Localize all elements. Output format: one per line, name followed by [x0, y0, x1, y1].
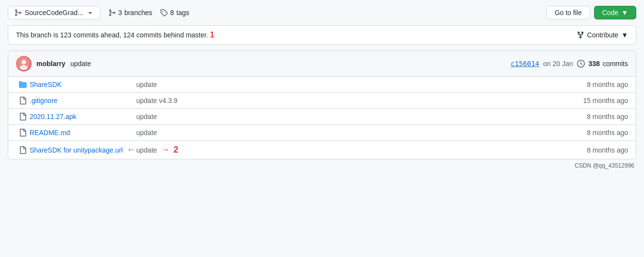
top-bar: SourceCodeGrad... 3 branches: [8, 6, 636, 19]
avatar-icon: [17, 57, 31, 70]
commit-meta: c156014 on 20 Jan 338 commits: [511, 60, 628, 68]
branches-link[interactable]: 3 branches: [108, 9, 152, 17]
file-name[interactable]: ShareSDK for unitypackage.url: [30, 146, 123, 154]
commit-date: on 20 Jan: [543, 60, 573, 68]
code-button-label: Code: [602, 9, 618, 17]
table-row: README.mdupdate8 months ago: [8, 125, 636, 141]
file-commit-message: update: [136, 129, 550, 137]
watermark: CSDN @qq_43512996: [8, 162, 636, 169]
commit-message-link[interactable]: update: [136, 81, 157, 88]
tags-link[interactable]: 8 tags: [160, 9, 189, 17]
file-time: 15 months ago: [550, 97, 628, 104]
commit-header: moblarry update c156014 on 20 Jan 338 co…: [8, 51, 636, 77]
commits-number: 338: [589, 60, 600, 68]
file-name[interactable]: 2020.11.27.apk: [30, 113, 136, 120]
table-row: .gitignoreupdate v4.3.915 months ago: [8, 93, 636, 109]
commit-message-link[interactable]: update v4.3.9: [136, 97, 177, 104]
notice-text: This branch is 123 commits ahead, 124 co…: [16, 31, 214, 39]
tags-label: tags: [177, 9, 189, 17]
tags-count: 8: [170, 9, 174, 17]
file-name[interactable]: .gitignore: [30, 97, 136, 104]
branches-count: 3: [118, 9, 122, 17]
branches-icon: [108, 9, 116, 17]
chevron-down-icon: [86, 9, 94, 17]
branch-selector[interactable]: SourceCodeGrad...: [8, 6, 100, 19]
tag-icon: [160, 9, 168, 17]
file-time: 8 months ago: [550, 81, 628, 88]
svg-point-1: [21, 60, 26, 65]
commit-author[interactable]: moblarry: [36, 60, 65, 68]
red-arrow-right-icon: →: [161, 145, 170, 155]
file-icon: [16, 129, 30, 137]
commit-message-link[interactable]: update: [136, 129, 157, 137]
branch-selector-label: SourceCodeGrad...: [25, 9, 83, 17]
table-row: ShareSDKupdate8 months ago: [8, 77, 636, 93]
commits-count: 338 commits: [589, 60, 628, 68]
commit-message: update: [70, 60, 91, 68]
file-name[interactable]: ShareSDK: [30, 81, 136, 88]
contribute-label: Contribute: [587, 31, 619, 39]
file-table-card: moblarry update c156014 on 20 Jan 338 co…: [8, 51, 636, 159]
commit-author-info: moblarry update: [16, 56, 91, 71]
file-icon: [16, 113, 30, 120]
folder-icon: [16, 81, 30, 88]
contribute-chevron: ▼: [621, 31, 628, 39]
branch-icon: [14, 9, 22, 17]
svg-point-2: [20, 65, 28, 70]
red-arrow-icon: ←: [127, 145, 135, 155]
file-rows-container: ShareSDKupdate8 months ago.gitignoreupda…: [8, 77, 636, 159]
branch-tag-links: 3 branches 8 tags: [108, 9, 190, 17]
annotation-2: 2: [174, 145, 178, 155]
file-icon: [16, 146, 30, 154]
page-wrapper: SourceCodeGrad... 3 branches: [0, 0, 644, 257]
file-commit-message: update: [136, 113, 550, 120]
branches-label: branches: [124, 9, 152, 17]
table-row: 2020.11.27.apkupdate8 months ago: [8, 109, 636, 125]
file-commit-message: update v4.3.9: [136, 97, 550, 104]
file-time: 8 months ago: [550, 129, 628, 137]
commits-label: commits: [603, 60, 628, 68]
contribute-button[interactable]: Contribute ▼: [577, 31, 628, 39]
top-bar-right: Go to file Code ▼: [547, 6, 636, 19]
file-time: 8 months ago: [550, 113, 628, 120]
go-to-file-button[interactable]: Go to file: [547, 6, 590, 19]
top-bar-left: SourceCodeGrad... 3 branches: [8, 6, 189, 19]
file-time: 8 months ago: [550, 146, 628, 154]
notice-bar: This branch is 123 commits ahead, 124 co…: [8, 25, 636, 45]
notice-annotation: 1: [210, 31, 214, 39]
contribute-icon: [577, 31, 584, 39]
file-name[interactable]: README.md: [30, 129, 136, 137]
notice-message: This branch is 123 commits ahead, 124 co…: [16, 31, 208, 39]
commit-message-link[interactable]: update: [136, 146, 157, 154]
file-icon: [16, 97, 30, 104]
table-row: ShareSDK for unitypackage.url←update→28 …: [8, 141, 636, 159]
avatar: [16, 56, 32, 71]
file-name-wrapper: ShareSDK for unitypackage.url←: [30, 145, 136, 155]
code-chevron-icon: ▼: [621, 9, 628, 17]
commit-message-link[interactable]: update: [136, 113, 157, 120]
clock-icon: [577, 60, 585, 68]
file-commit-message: update: [136, 81, 550, 88]
code-button[interactable]: Code ▼: [594, 6, 636, 19]
commit-hash[interactable]: c156014: [511, 60, 539, 68]
file-commit-message: update→2: [136, 145, 550, 155]
